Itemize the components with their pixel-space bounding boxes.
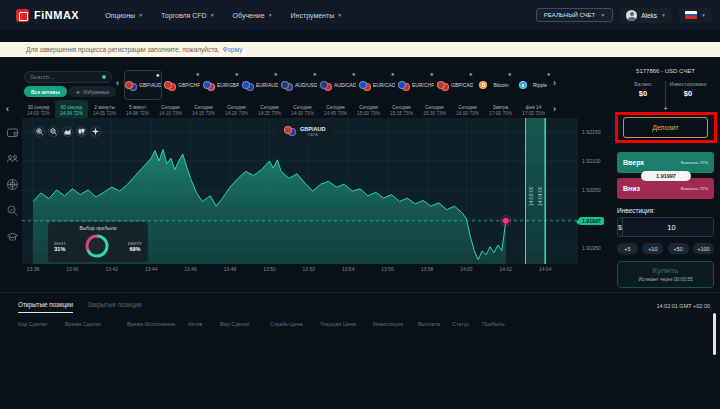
positions-section: Открытые позицииЗакрытые позиции 14:02:0… xyxy=(0,292,720,409)
currency-flags-icon: B xyxy=(479,81,491,90)
column-header: Прибыль xyxy=(482,321,522,327)
currency-flags-icon xyxy=(164,81,176,90)
timeframe-tab[interactable]: Завтра 17:00 70% xyxy=(484,100,517,120)
asset-tab[interactable]: EUR/AUD ★ xyxy=(241,70,279,100)
timeframe-tab[interactable]: фев 14 17:00 70% xyxy=(517,100,550,120)
timeframe-tab[interactable]: Сегодня 14:15 73% xyxy=(187,100,220,120)
target-icon[interactable] xyxy=(6,178,19,191)
timeframe-tab[interactable]: Сегодня 16:00 73% xyxy=(451,100,484,120)
timeframe-tab[interactable]: 30 секунд 14:03 72% xyxy=(22,100,55,120)
asset-tab[interactable]: B Bitcoin ★ xyxy=(475,70,513,100)
trade-panel: 5177866 - USD СЧЕТ Баланс $0 Инвестирова… xyxy=(617,68,714,74)
favorite-star-icon[interactable]: ★ xyxy=(547,71,550,77)
buy-button[interactable]: Купить Истекает через 00:00:55 xyxy=(617,261,714,288)
timeframe-tab[interactable]: Сегодня 14:25 73% xyxy=(253,100,286,120)
timeframe-tab[interactable]: Сегодня 14:10 73% xyxy=(154,100,187,120)
timeframe-tab[interactable]: Сегодня 15:15 73% xyxy=(385,100,418,120)
asset-tab[interactable]: GBP/AUD ★ xyxy=(124,70,162,100)
favorite-star-icon[interactable]: ★ xyxy=(508,71,512,77)
y-axis-label: 1.91950 xyxy=(582,245,601,251)
asset-tab[interactable]: x Ripple ★ xyxy=(514,70,550,100)
favorite-star-icon[interactable]: ★ xyxy=(235,71,239,77)
favorite-star-icon[interactable]: ★ xyxy=(313,71,317,77)
search-check-icon[interactable] xyxy=(6,204,19,217)
currency-flags-icon xyxy=(284,126,296,136)
search-input[interactable] xyxy=(30,74,100,80)
menu-item[interactable]: Инструменты ▼ xyxy=(291,12,343,19)
timeframe-tab[interactable]: 5 минут 14:08 72% xyxy=(121,100,154,120)
quick-add-button[interactable]: +100 xyxy=(693,243,714,254)
wallet-icon[interactable] xyxy=(6,126,19,139)
chevron-down-icon: ▼ xyxy=(337,12,342,18)
asset-tab[interactable]: GBP/CAD ★ xyxy=(436,70,474,100)
education-icon[interactable] xyxy=(6,230,19,243)
deadline-time-label: 14:03:00 xyxy=(528,186,534,206)
crosshair-icon[interactable] xyxy=(90,126,101,137)
assets-scroll-right[interactable]: › xyxy=(553,79,556,88)
timeframe-tab[interactable]: Сегодня 14:30 73% xyxy=(286,100,319,120)
timeframes-scroll-right[interactable]: › xyxy=(553,105,556,114)
account-selector[interactable]: 5177866 - USD СЧЕТ xyxy=(617,68,714,74)
favorite-star-icon[interactable]: ★ xyxy=(196,71,200,77)
favorite-star-icon[interactable]: ★ xyxy=(274,71,278,77)
menu-item[interactable]: Обучение ▼ xyxy=(233,12,273,19)
filter-favorites[interactable]: ★ Избранные xyxy=(69,86,117,97)
column-header: Страйк-Цена xyxy=(270,321,320,327)
asset-tab[interactable]: AUD/CAD ★ xyxy=(319,70,357,100)
asset-tabs: GBP/AUD ★ GBP/CHF ★ EUR/GBP ★ EUR/AUD ★ xyxy=(124,70,550,100)
language-selector[interactable]: ▼ xyxy=(679,8,712,22)
form-link[interactable]: Форму xyxy=(223,46,243,53)
x-axis-label: 13:42 xyxy=(102,266,122,272)
quick-add-button[interactable]: +50 xyxy=(668,243,689,254)
timeframe-tab[interactable]: Сегодня 15:00 73% xyxy=(352,100,385,120)
timeframe-tab[interactable]: 2 минуты 14:05 72% xyxy=(88,100,121,120)
investment-label: Инвестиция: xyxy=(617,207,655,214)
zoom-out-icon[interactable] xyxy=(48,126,59,137)
chevron-down-icon: ▼ xyxy=(600,12,605,18)
scrollbar-thumb[interactable] xyxy=(713,313,716,355)
favorite-star-icon[interactable]: ★ xyxy=(430,71,434,77)
asset-tab[interactable]: EUR/CHF ★ xyxy=(397,70,435,100)
timeframe-tab[interactable]: Сегодня 14:20 73% xyxy=(220,100,253,120)
trade-down-button[interactable]: Вниз Выплата 72% xyxy=(617,178,714,199)
timeframe-tab[interactable]: Сегодня 15:30 73% xyxy=(418,100,451,120)
currency-flags-icon xyxy=(359,81,371,90)
server-clock: 14:02:01 GMT +02:00 xyxy=(656,303,710,309)
positions-tab[interactable]: Открытые позиции xyxy=(18,301,73,313)
user-menu[interactable]: Aleks ▼ xyxy=(620,8,672,23)
down-payout: Выплата 72% xyxy=(681,186,708,191)
favorite-star-icon[interactable]: ★ xyxy=(156,72,160,78)
asset-tab[interactable]: EUR/CAD ★ xyxy=(358,70,396,100)
favorite-star-icon[interactable]: ★ xyxy=(391,71,395,77)
timeframe-tab[interactable]: Сегодня 14:45 73% xyxy=(319,100,352,120)
trade-up-button[interactable]: Вверх Выплата 72% xyxy=(617,152,714,173)
asset-search[interactable] xyxy=(24,71,112,83)
timeframe-tab[interactable]: 60 секунд 14:04 72% xyxy=(55,100,88,120)
zoom-in-icon[interactable] xyxy=(34,126,45,137)
account-type-dropdown[interactable]: РЕАЛЬНЫЙ СЧЕТ ▼ xyxy=(536,8,613,22)
community-icon[interactable] xyxy=(6,152,19,165)
positions-tab[interactable]: Закрытые позиции xyxy=(87,301,142,313)
expand-balance-icon[interactable]: + xyxy=(617,105,714,112)
expiry-time-label: 14:04:00 xyxy=(537,186,543,206)
menu-item[interactable]: Торговля CFD ▼ xyxy=(161,12,215,19)
area-chart-icon[interactable] xyxy=(62,126,73,137)
currency-flags-icon xyxy=(203,81,215,90)
candlestick-chart-icon[interactable] xyxy=(76,126,87,137)
x-axis-label: 14:02 xyxy=(496,266,516,272)
assets-scroll-left[interactable]: ‹ xyxy=(116,79,119,88)
timeframes-scroll-left[interactable]: ‹ xyxy=(6,105,9,114)
asset-tab[interactable]: GBP/CHF ★ xyxy=(163,70,201,100)
asset-tab[interactable]: EUR/GBP ★ xyxy=(202,70,240,100)
column-header: Текущая Цена xyxy=(320,321,373,327)
amount-input[interactable] xyxy=(623,218,720,236)
quick-add-button[interactable]: +5 xyxy=(617,243,638,254)
filter-all-assets[interactable]: Все активы xyxy=(24,86,67,97)
favorite-star-icon[interactable]: ★ xyxy=(469,71,473,77)
favorite-star-icon[interactable]: ★ xyxy=(352,71,356,77)
menu-item[interactable]: Опционы ▼ xyxy=(105,12,143,19)
finmax-logo[interactable]: FiNMAX xyxy=(16,9,79,22)
asset-tab[interactable]: AUD/USD ★ xyxy=(280,70,318,100)
quick-add-button[interactable]: +10 xyxy=(642,243,663,254)
price-chart[interactable]: GBP/AUD ПАРА 14:03:00 14:04:00 Выбор при… xyxy=(22,118,578,264)
